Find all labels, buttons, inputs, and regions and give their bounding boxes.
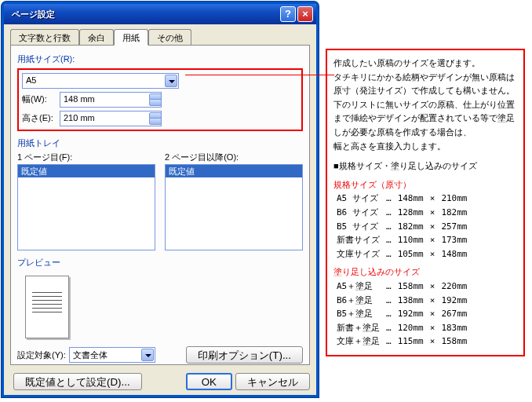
tab-other[interactable]: その他 (148, 29, 191, 45)
tab-paper[interactable]: 用紙 (114, 29, 148, 46)
tray-page1-selected[interactable]: 既定値 (18, 165, 155, 177)
height-value: 210 mm (64, 112, 95, 123)
tab-pane: 用紙サイズ(R): A5 幅(W): 148 mm 高さ(E): 210 mm (10, 45, 310, 365)
dialog-title: ページ設定 (7, 9, 279, 20)
width-label: 幅(W): (22, 93, 60, 104)
tray-group-label: 用紙トレイ (17, 137, 303, 148)
ok-button[interactable]: OK (186, 373, 232, 390)
chevron-down-icon (141, 349, 154, 361)
dialog-footer: 既定値として設定(D)... OK キャンセル (4, 370, 316, 395)
tray-page2-selected[interactable]: 既定値 (166, 165, 302, 177)
help-intro2: タチキリにかかる絵柄やデザインが無い原稿は原寸（発注サイズ）で作成しても構いませ… (333, 71, 517, 98)
help-intro1: 作成したい原稿のサイズを選びます。 (333, 57, 517, 71)
help-panel: 作成したい原稿のサイズを選びます。 タチキリにかかる絵柄やデザインが無い原稿は原… (326, 49, 525, 356)
apply-to-label: 設定対象(Y): (17, 349, 66, 360)
cancel-button[interactable]: キャンセル (235, 373, 310, 390)
tab-strip: 文字数と行数 余白 用紙 その他 (10, 29, 312, 45)
tray-page1-label: 1 ページ目(F): (17, 152, 155, 163)
width-value: 148 mm (64, 93, 95, 104)
tab-margins[interactable]: 余白 (79, 29, 114, 45)
tray-page2-label: 2 ページ目以降(O): (165, 152, 303, 163)
tray-page2-list[interactable]: 既定値 (165, 164, 303, 250)
paper-size-group-highlight: A5 幅(W): 148 mm 高さ(E): 210 mm (17, 68, 303, 131)
preview-page (25, 276, 69, 338)
apply-to-combo[interactable]: 文書全体 (69, 347, 155, 363)
page-setup-dialog: ページ設定 ? × 文字数と行数 余白 用紙 その他 用紙サイズ(R): A5 … (2, 2, 319, 397)
preview-label: プレビュー (17, 257, 303, 268)
width-spinner[interactable]: 148 mm (60, 92, 162, 108)
tray-columns: 1 ページ目(F): 既定値 2 ページ目以降(O): 既定値 (17, 152, 303, 250)
height-spinner[interactable]: 210 mm (60, 111, 162, 126)
help-section-header: ■規格サイズ・塗り足し込みのサイズ (333, 159, 517, 174)
tab-chars-lines[interactable]: 文字数と行数 (10, 29, 79, 45)
apply-row: 設定対象(Y): 文書全体 印刷オプション(T)... (17, 346, 303, 364)
paper-size-combo[interactable]: A5 (22, 73, 179, 89)
titlebar: ページ設定 ? × (4, 4, 316, 24)
help-std-header: 規格サイズ（原寸） (333, 178, 517, 192)
preview-area (17, 272, 303, 338)
chevron-down-icon (165, 75, 177, 87)
callout-line (185, 75, 334, 75)
print-options-button[interactable]: 印刷オプション(T)... (186, 346, 303, 364)
close-button[interactable]: × (297, 6, 313, 22)
help-intro3: 下のリストに無いサイズの原稿、仕上がり位置まで挿絵やデザインが配置されている等で… (333, 98, 517, 140)
tray-page1-list[interactable]: 既定値 (17, 164, 155, 250)
help-bleed-header: 塗り足し込みのサイズ (333, 265, 517, 280)
paper-size-value: A5 (26, 75, 36, 86)
spinner-icon (149, 93, 160, 106)
save-default-button[interactable]: 既定値として設定(D)... (13, 373, 142, 390)
help-button[interactable]: ? (280, 6, 296, 22)
help-bleed-table: A5＋塗足…158mm×220mm B6＋塗足…138mm×192mm B5＋塗… (333, 280, 471, 349)
help-std-table: A5 サイズ…148mm×210mm B6 サイズ…128mm×182mm B5… (333, 192, 471, 261)
help-intro4: 幅と高さを直接入力します。 (333, 140, 517, 154)
apply-to-value: 文書全体 (73, 349, 107, 360)
height-label: 高さ(E): (22, 112, 60, 123)
spinner-icon (149, 112, 160, 125)
paper-size-label: 用紙サイズ(R): (17, 53, 303, 64)
